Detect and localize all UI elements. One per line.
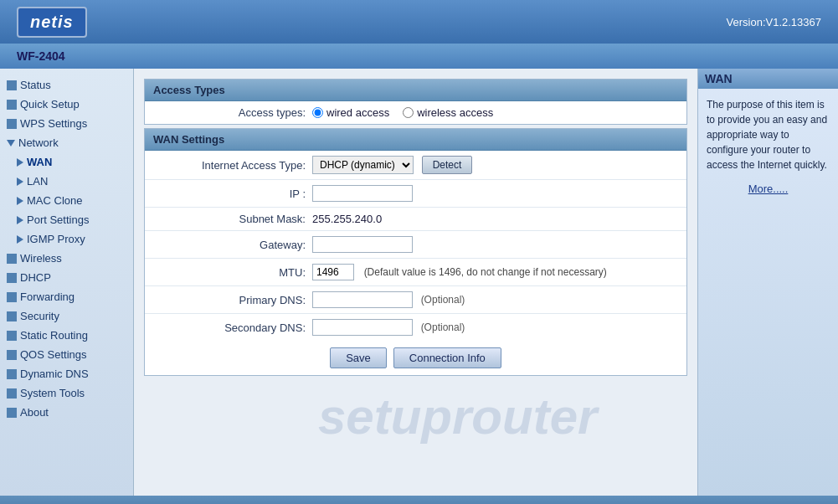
wan-settings-body: Internet Access Type: DHCP (dynamic) Sta… (145, 151, 686, 341)
internet-access-type-value: DHCP (dynamic) Static IP PPPoE Detect (312, 156, 686, 174)
primary-dns-input[interactable] (312, 291, 413, 308)
secondary-dns-row: Secondary DNS: (Optional) (145, 314, 686, 341)
content-area: Access Types Access types: wired access … (134, 69, 697, 496)
mtu-hint: (Default value is 1496, do not change if… (364, 266, 607, 278)
sidebar-item-igmp-proxy[interactable]: IGMP Proxy (0, 229, 133, 249)
sidebar-item-network[interactable]: Network (0, 133, 133, 152)
detect-button[interactable]: Detect (422, 156, 473, 174)
access-types-label: Access types: (145, 106, 312, 119)
security-icon (7, 311, 17, 321)
primary-dns-label: Primary DNS: (145, 294, 312, 306)
gateway-row: Gateway: (145, 231, 686, 259)
sidebar-item-dhcp[interactable]: DHCP (0, 268, 133, 287)
sidebar-item-status[interactable]: Status (0, 75, 133, 95)
access-types-header: Access Types (145, 80, 686, 101)
wps-icon (7, 119, 17, 129)
sidebar-item-static-routing[interactable]: Static Routing (0, 326, 133, 345)
connection-info-button[interactable]: Connection Info (393, 347, 501, 368)
wan-settings-header: WAN Settings (145, 129, 686, 151)
ip-row: IP : (145, 180, 686, 208)
sidebar-item-system-tools[interactable]: System Tools (0, 383, 133, 403)
ip-input[interactable] (312, 185, 413, 202)
sidebar-item-forwarding[interactable]: Forwarding (0, 287, 133, 306)
gateway-label: Gateway: (145, 239, 312, 251)
access-types-body: Access types: wired access wireless acce… (145, 101, 686, 124)
watermark: setuprouter (318, 388, 597, 445)
wireless-access-radio[interactable] (403, 107, 414, 118)
subnet-mask-row: Subnet Mask: 255.255.240.0 (145, 208, 686, 231)
status-icon (7, 80, 17, 90)
mtu-row: MTU: (Default value is 1496, do not chan… (145, 259, 686, 286)
sidebar-item-wireless[interactable]: Wireless (0, 249, 133, 268)
about-icon (7, 408, 17, 418)
internet-access-type-label: Internet Access Type: (145, 159, 312, 172)
sidebar: Status Quick Setup WPS Settings Network … (0, 69, 134, 496)
wan-settings-panel: WAN Settings Internet Access Type: DHCP … (144, 128, 687, 376)
access-types-row: Access types: wired access wireless acce… (145, 101, 686, 124)
form-buttons: Save Connection Info (145, 341, 686, 375)
primary-dns-optional: (Optional) (421, 294, 465, 306)
wan-icon (17, 158, 23, 167)
mac-clone-icon (17, 197, 23, 205)
secondary-dns-optional: (Optional) (421, 321, 465, 333)
network-toggle-icon (7, 140, 15, 147)
device-name: WF-2404 (17, 49, 65, 63)
access-types-options: wired access wireless access (312, 106, 686, 119)
dynamic-dns-icon (7, 369, 17, 379)
secondary-dns-label: Secondary DNS: (145, 321, 312, 334)
primary-dns-value: (Optional) (312, 291, 686, 308)
sidebar-item-wps-settings[interactable]: WPS Settings (0, 114, 133, 133)
header: netis Version:V1.2.13367 (0, 0, 838, 44)
system-tools-icon (7, 388, 17, 399)
save-button[interactable]: Save (330, 347, 387, 368)
sidebar-item-security[interactable]: Security (0, 306, 133, 326)
secondary-dns-input[interactable] (312, 319, 413, 336)
mtu-input[interactable] (312, 264, 354, 280)
more-link[interactable]: More..... (707, 183, 830, 195)
primary-dns-row: Primary DNS: (Optional) (145, 286, 686, 314)
sidebar-item-quick-setup[interactable]: Quick Setup (0, 95, 133, 114)
internet-access-type-row: Internet Access Type: DHCP (dynamic) Sta… (145, 151, 686, 180)
right-panel: WAN The purpose of this item is to provi… (697, 69, 838, 496)
mtu-label: MTU: (145, 266, 312, 279)
ip-value (312, 185, 686, 202)
right-panel-title: WAN (698, 69, 838, 89)
sidebar-item-lan[interactable]: LAN (0, 172, 133, 191)
version-label: Version:V1.2.13367 (727, 16, 821, 28)
mtu-value: (Default value is 1496, do not change if… (312, 264, 686, 280)
sidebar-item-dynamic-dns[interactable]: Dynamic DNS (0, 364, 133, 383)
ip-label: IP : (145, 188, 312, 200)
footer: netis systems Co., Ltd. (0, 496, 838, 504)
subheader: WF-2404 (0, 44, 838, 69)
main-layout: Status Quick Setup WPS Settings Network … (0, 69, 838, 496)
gateway-input[interactable] (312, 236, 413, 253)
wired-access-option[interactable]: wired access (312, 106, 389, 119)
sidebar-item-mac-clone[interactable]: MAC Clone (0, 191, 133, 210)
access-types-panel: Access Types Access types: wired access … (144, 79, 687, 125)
subnet-mask-value: 255.255.240.0 (312, 213, 686, 225)
secondary-dns-value: (Optional) (312, 319, 686, 336)
quick-setup-icon (7, 100, 17, 110)
logo: netis (17, 7, 87, 38)
sidebar-item-qos-settings[interactable]: QOS Settings (0, 345, 133, 364)
subnet-mask-label: Subnet Mask: (145, 213, 312, 225)
right-panel-text: The purpose of this item is to provide y… (707, 97, 830, 172)
gateway-value (312, 236, 686, 253)
port-settings-icon (17, 216, 23, 224)
qos-icon (7, 350, 17, 360)
forwarding-icon (7, 292, 17, 302)
wireless-icon (7, 254, 17, 264)
internet-access-type-select[interactable]: DHCP (dynamic) Static IP PPPoE (312, 156, 414, 174)
sidebar-item-port-settings[interactable]: Port Settings (0, 210, 133, 229)
igmp-proxy-icon (17, 235, 23, 244)
dhcp-icon (7, 273, 17, 283)
wireless-access-option[interactable]: wireless access (403, 106, 493, 119)
lan-icon (17, 177, 23, 186)
sidebar-item-about[interactable]: About (0, 403, 133, 422)
wired-access-radio[interactable] (312, 107, 323, 118)
sidebar-item-wan[interactable]: WAN (0, 152, 133, 172)
static-routing-icon (7, 331, 17, 341)
